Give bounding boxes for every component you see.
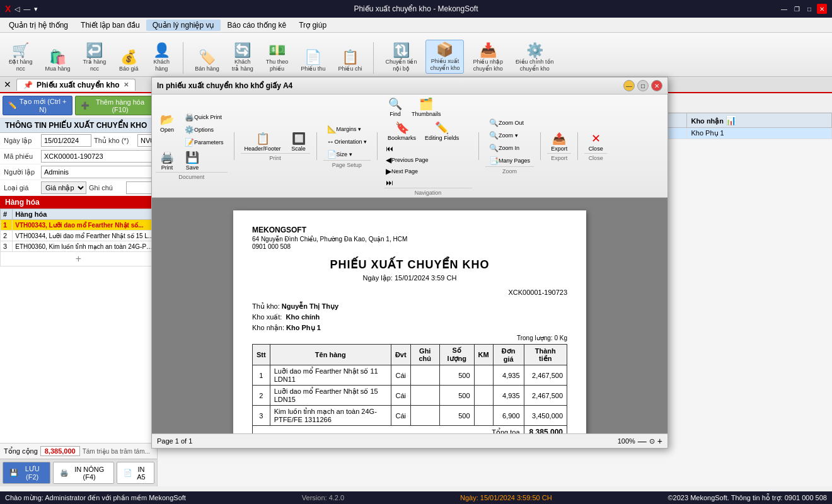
toolbar-tra-hang-ncc[interactable]: ↩️ Trả hàngncc <box>79 41 110 74</box>
prev-page-btn[interactable]: ◀ Previous Page <box>384 155 430 165</box>
phieu-chi-icon: 📋 <box>342 49 359 66</box>
toolbar-khach-hang[interactable]: 👤 Kháchhàng <box>147 41 175 74</box>
toolbar-phieu-nhap[interactable]: 📥 Phiếu nhậpchuyển kho <box>469 41 507 74</box>
title-bar: X ◁ — ▾ Phiếu xuất chuyển kho - MekongSo… <box>0 0 832 18</box>
zoom-in-btn[interactable]: 🔍 Zoom In <box>485 142 534 154</box>
maximize-btn[interactable]: □ <box>804 4 814 14</box>
thumbnails-btn[interactable]: 🗂️ Thumbnails <box>408 96 445 118</box>
inv-dongia-3: 6,900 <box>493 406 524 426</box>
margins-btn[interactable]: 📐 Margins ▾ <box>323 123 371 135</box>
menu-thiet-lap[interactable]: Thiết lập ban đầu <box>74 20 146 31</box>
first-page-btn[interactable]: ⏮ <box>384 144 430 154</box>
print-open-btn[interactable]: 📂 Open <box>156 112 178 148</box>
modal-title: In phiếu xuất chuyển kho khổ giấy A4 <box>157 81 292 90</box>
size-btn[interactable]: 📄 Size ▾ <box>323 149 371 160</box>
parameters-btn[interactable]: 📝 Parameters <box>181 137 228 148</box>
ngay-lap-input[interactable] <box>41 134 91 147</box>
close-all-icon[interactable]: ✕ <box>0 79 15 89</box>
goods-cell-name-3: ETH00360, Kim luồn tỉnh mạch an toàn 24G… <box>13 241 157 252</box>
print-main-btn[interactable]: 🖨️ Print <box>156 149 178 172</box>
zoom-out-status-btn[interactable]: — <box>638 436 647 446</box>
form-header: THÔNG TIN PHIẾU XUẤT CHUYỂN KHO <box>0 118 157 133</box>
window-title: Phiếu xuất chuyển kho - MekongSoft <box>354 4 478 13</box>
add-goods-btn[interactable]: ➕ Thêm hàng hóa (F10) <box>75 96 154 115</box>
quick-access-2[interactable]: — <box>23 5 30 13</box>
toolbar-thu-theo-phieu[interactable]: 💵 Thu theophiếu <box>262 41 292 74</box>
many-pages-btn[interactable]: 📑 Many Pages <box>485 155 534 166</box>
next-page-btn[interactable]: ▶ Next Page <box>384 166 430 176</box>
zoom-in-status-btn[interactable]: + <box>657 436 662 446</box>
print-hot-btn[interactable]: 🖨️ IN NÓNG (F4) <box>53 462 114 484</box>
last-page-btn[interactable]: ⏭ <box>384 178 430 188</box>
excel-icon-kho-nhan[interactable]: 📊 <box>725 115 736 125</box>
toolbar-mua-hang[interactable]: 🛍️ Mua hàng <box>42 48 74 74</box>
menu-bao-cao[interactable]: Báo cáo thống kê <box>221 20 292 31</box>
quick-access-3[interactable]: ▾ <box>34 5 38 13</box>
toolbar-chuyen-tien[interactable]: 🔃 Chuyển tiềnnội bộ <box>381 41 420 74</box>
export-btn[interactable]: 📤 Export <box>547 130 571 153</box>
quick-print-btn[interactable]: 🖨️ Quick Print <box>181 112 228 123</box>
tab-phieu-xuat-chuyen-kho[interactable]: 📌 Phiếu xuất chuyển kho ✕ <box>16 79 136 91</box>
goods-row-3[interactable]: 3 ETH00360, Kim luồn tỉnh mạch an toàn 2… <box>1 241 157 252</box>
zoom-controls: 100% — ⊙ + <box>618 436 662 446</box>
modal-maximize-btn[interactable]: □ <box>637 80 649 91</box>
modal-minimize-btn[interactable]: — <box>623 80 635 91</box>
zoom-btn[interactable]: 🔍 Zoom ▾ <box>485 130 534 141</box>
restore-btn[interactable]: ❐ <box>792 4 802 14</box>
header-footer-btn[interactable]: 📋 Header/Footer <box>241 130 285 153</box>
print-preview-modal: In phiếu xuất chuyển kho khổ giấy A4 — □… <box>151 77 668 449</box>
inv-col-soluong: Số lượng <box>439 345 474 365</box>
ghi-chu-input[interactable] <box>126 181 153 194</box>
goods-row-1[interactable]: 1 VTH00343, Lưỡi dao mổ Fearther Nhật số… <box>1 220 157 231</box>
col-kho-nhan: Kho nhận 📊 <box>687 113 832 128</box>
goods-row-2[interactable]: 2 VTH00344, Lưỡi dao mổ Fearther Nhật số… <box>1 231 157 241</box>
toolbar-phieu-xuat[interactable]: 📦 Phiếu xuấtchuyển kho <box>425 40 464 74</box>
toolbar-ban-hang[interactable]: 🏷️ Bán hàng <box>191 48 223 74</box>
bao-gia-label: Báo giá <box>119 66 139 72</box>
find-btn[interactable]: 🔍 Find <box>384 96 407 118</box>
close-btn[interactable]: ✕ <box>817 4 827 14</box>
zoom-icon: 🔍 <box>489 131 499 140</box>
toolbar-khach-tra-hang[interactable]: 🔄 Kháchtrả hàng <box>228 41 257 74</box>
print-a5-btn[interactable]: 📄 IN A5 <box>117 462 154 484</box>
print-sep-1 <box>234 132 234 160</box>
menu-quan-tri[interactable]: Quản trị hệ thống <box>3 20 74 31</box>
toolbar-phieu-chi[interactable]: 📋 Phiếu chi <box>334 48 366 74</box>
khach-tra-hang-label: Kháchtrả hàng <box>232 59 253 72</box>
close-preview-btn[interactable]: ✕ Close <box>584 130 607 153</box>
bookmarks-icon: 🔖 <box>395 121 409 135</box>
inv-col-tenhang: Tên hàng <box>270 345 391 365</box>
save-main-btn[interactable]: 💾 Save <box>181 149 204 172</box>
menu-quan-ly[interactable]: Quản lý nghiệp vụ <box>146 20 221 31</box>
inv-km-2 <box>474 386 493 406</box>
toolbar-bao-gia[interactable]: 💰 Báo giá <box>115 48 142 74</box>
bookmarks-btn[interactable]: 🔖 Bookmarks <box>384 120 420 142</box>
inv-ghichu-3 <box>410 406 439 426</box>
nguoi-lap-input[interactable] <box>41 166 153 178</box>
print-status-bar: Page 1 of 1 100% — ⊙ + <box>152 433 667 448</box>
save-btn[interactable]: 💾 LƯU (F2) <box>3 462 50 484</box>
welcome-msg: Chào mừng: Administrator đến với phần mề… <box>5 494 186 502</box>
options-btn[interactable]: ⚙️ Options <box>181 124 228 135</box>
modal-close-btn[interactable]: ✕ <box>651 80 662 91</box>
ma-phieu-label: Mã phiếu <box>4 152 38 161</box>
tab-close-btn[interactable]: ✕ <box>124 81 129 88</box>
create-new-btn[interactable]: ✏️ Tạo mới (Ctrl + N) <box>3 96 72 115</box>
toolbar-dieu-chinh[interactable]: ⚙️ Điều chỉnh tồnchuyển kho <box>512 41 558 74</box>
add-row-btn[interactable]: + <box>76 253 81 264</box>
menu-tro-giup[interactable]: Trợ giúp <box>292 20 333 31</box>
quick-access-1[interactable]: ◁ <box>14 5 20 13</box>
company-phone: 0901 000 508 <box>252 243 567 250</box>
inv-col-dongia: Đơn giá <box>493 345 524 365</box>
goods-add-row[interactable]: + <box>1 252 157 266</box>
phieu-nhap-label: Phiếu nhậpchuyển kho <box>473 59 503 72</box>
toolbar-phieu-thu[interactable]: 📄 Phiếu thu <box>297 48 329 74</box>
scale-btn[interactable]: 🔲 Scale <box>287 130 310 153</box>
toolbar-dat-hang-ncc[interactable]: 🛒 Đặt hàngncc <box>5 41 37 74</box>
minimize-btn[interactable]: — <box>779 4 789 14</box>
zoom-out-btn[interactable]: 🔍 Zoom Out <box>485 117 534 129</box>
ma-phieu-input[interactable] <box>41 150 153 163</box>
loai-gia-select[interactable]: Giá nhập <box>41 181 86 194</box>
orientation-btn[interactable]: ↔️ Orientation ▾ <box>323 136 371 147</box>
editing-fields-btn[interactable]: ✏️ Editing Fields <box>421 120 463 142</box>
